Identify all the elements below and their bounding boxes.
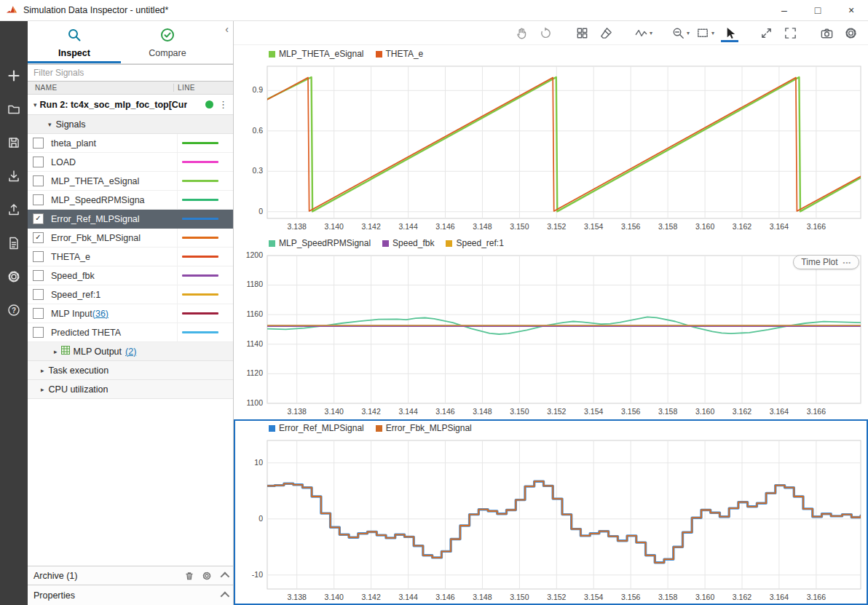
fullscreen-icon[interactable] [781, 23, 799, 42]
signal-row[interactable]: MLP_SpeedRPMSigna [28, 191, 233, 210]
tab-compare[interactable]: Compare [121, 21, 214, 63]
section-cpu-utilization[interactable]: ▸ CPU utilization [28, 380, 233, 399]
kebab-menu-icon[interactable]: ⋮ [213, 99, 233, 110]
archive-gear-icon[interactable] [202, 571, 212, 581]
snapshot-camera-icon[interactable] [818, 23, 835, 42]
legend-swatch [269, 51, 275, 58]
error-plot-canvas[interactable]: 3.1383.1403.1423.1443.1463.1483.1503.152… [234, 437, 868, 605]
tab-inspect[interactable]: Inspect [28, 21, 121, 63]
maximize-button[interactable]: □ [801, 0, 835, 20]
section-task-execution[interactable]: ▸ Task execution [28, 361, 233, 380]
caret-right-icon[interactable]: ▸ [41, 367, 44, 374]
brush-eraser-icon[interactable] [598, 23, 615, 42]
add-icon[interactable] [4, 66, 23, 85]
legend-swatch [269, 240, 275, 247]
open-folder-icon[interactable] [4, 100, 23, 119]
signal-name: Speed_fbk [48, 271, 177, 281]
legend-label: MLP_THETA_eSignal [279, 49, 364, 59]
signal-checkbox[interactable] [33, 289, 44, 300]
legend-item[interactable]: MLP_SpeedRPMSignal [269, 238, 371, 248]
svg-text:1200: 1200 [246, 252, 264, 259]
theta-plot[interactable]: MLP_THETA_eSignalTHETA_e 3.1383.1403.142… [234, 45, 868, 234]
signal-checkbox[interactable] [33, 251, 44, 262]
more-dots-icon[interactable]: ••• [843, 259, 851, 266]
signal-row[interactable]: ✓Error_Ref_MLPSignal [28, 210, 233, 229]
signal-checkbox[interactable] [33, 308, 44, 319]
signal-row[interactable]: MLP Input(36) [28, 304, 233, 323]
signal-row[interactable]: THETA_e [28, 248, 233, 266]
zoom-out-icon[interactable]: ▾ [671, 23, 690, 42]
error-plot[interactable]: Error_Ref_MLPSignalError_Fbk_MLPSignal 3… [234, 419, 868, 605]
signal-table-header: NAME LINE [28, 82, 233, 95]
legend-item[interactable]: THETA_e [376, 49, 424, 59]
pan-hand-icon[interactable] [513, 23, 531, 42]
svg-text:3.138: 3.138 [288, 593, 307, 601]
signal-row[interactable]: Predicted THETA [28, 323, 233, 342]
theta-plot-canvas[interactable]: 3.1383.1403.1423.1443.1463.1483.1503.152… [234, 63, 868, 234]
signal-checkbox[interactable] [33, 175, 44, 186]
caret-down-icon[interactable]: ▾ [33, 101, 37, 108]
signal-row[interactable]: ✓Error_Fbk_MLPSignal [28, 229, 233, 248]
legend-swatch [446, 240, 452, 247]
export-icon[interactable] [4, 200, 23, 219]
signal-count-link[interactable]: (36) [92, 309, 108, 319]
legend-item[interactable]: Speed_fbk [382, 238, 434, 248]
signal-trace-icon[interactable]: ▾ [634, 23, 652, 42]
zoom-region-icon[interactable]: ▾ [696, 23, 714, 42]
caret-down-icon[interactable]: ▾ [48, 121, 52, 128]
archive-row[interactable]: Archive (1) [28, 566, 233, 585]
pointer-cursor-icon[interactable] [721, 23, 738, 42]
svg-text:3.166: 3.166 [807, 593, 826, 601]
chevron-up-icon[interactable] [221, 592, 230, 601]
legend-swatch [376, 51, 382, 58]
plot-area: ▾ ▾ ▾ MLP_THETA_eSignalTHETA_e 3.1383.14… [234, 21, 868, 605]
trash-icon[interactable] [184, 571, 194, 581]
legend-item[interactable]: MLP_THETA_eSignal [269, 49, 364, 59]
speed-plot-canvas[interactable]: 3.1383.1403.1423.1443.1463.1483.1503.152… [234, 252, 868, 419]
speed-plot[interactable]: MLP_SpeedRPMSignalSpeed_fbkSpeed_ref:1 3… [234, 234, 868, 419]
signal-row[interactable]: MLP_THETA_eSignal [28, 172, 233, 191]
mlp-output-row[interactable]: ▸ MLP Output (2) [28, 342, 233, 361]
caret-right-icon[interactable]: ▸ [41, 386, 44, 393]
signal-checkbox[interactable] [33, 270, 44, 281]
mlp-output-count-link[interactable]: (2) [125, 347, 136, 357]
help-icon[interactable]: ? [4, 301, 23, 320]
save-icon[interactable] [4, 133, 23, 152]
properties-label: Properties [33, 590, 75, 601]
import-icon[interactable] [4, 167, 23, 186]
run-row[interactable]: ▾ Run 2: tc4x_soc_mlp_foc_top[Cur ⋮ [28, 95, 233, 115]
signal-row[interactable]: Speed_ref:1 [28, 285, 233, 304]
svg-text:3.150: 3.150 [510, 222, 529, 231]
signal-checkbox[interactable]: ✓ [33, 213, 44, 224]
properties-row[interactable]: Properties [28, 585, 233, 605]
legend-label: THETA_e [386, 49, 424, 59]
chevron-up-icon[interactable] [221, 572, 230, 582]
fit-to-view-icon[interactable] [757, 23, 775, 42]
preferences-gear-icon[interactable] [4, 267, 23, 286]
close-button[interactable]: × [835, 0, 868, 20]
report-icon[interactable] [4, 234, 23, 253]
minimize-button[interactable]: – [768, 0, 801, 20]
caret-right-icon[interactable]: ▸ [54, 348, 58, 355]
signal-checkbox[interactable] [33, 194, 44, 205]
signal-checkbox[interactable] [33, 138, 44, 149]
signal-row[interactable]: Speed_fbk [28, 266, 233, 285]
replay-icon[interactable] [537, 23, 555, 42]
signal-row[interactable]: LOAD [28, 153, 233, 172]
collapse-sidebar-icon[interactable]: ‹ [225, 24, 229, 34]
time-plot-badge[interactable]: Time Plot ••• [793, 255, 859, 269]
subplot-layout-icon[interactable] [574, 23, 591, 42]
signal-checkbox[interactable] [33, 157, 44, 167]
signal-row[interactable]: theta_plant [28, 134, 233, 153]
signals-group-row[interactable]: ▾ Signals [28, 115, 233, 134]
svg-text:1100: 1100 [246, 398, 263, 407]
legend-item[interactable]: Error_Ref_MLPSignal [269, 423, 364, 433]
legend-item[interactable]: Error_Fbk_MLPSignal [376, 423, 472, 433]
svg-text:3.142: 3.142 [361, 222, 380, 231]
legend-item[interactable]: Speed_ref:1 [446, 238, 503, 248]
filter-signals-input[interactable] [28, 64, 233, 82]
signal-checkbox[interactable]: ✓ [33, 232, 44, 243]
signal-checkbox[interactable] [33, 327, 44, 338]
plot-settings-gear-icon[interactable] [842, 23, 859, 42]
svg-text:3.164: 3.164 [770, 593, 789, 601]
